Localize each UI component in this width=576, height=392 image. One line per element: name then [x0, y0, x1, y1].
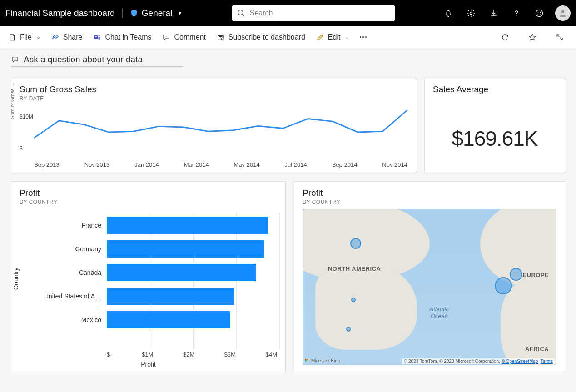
x-tick: Sep 2013 [34, 161, 60, 168]
subscribe-button[interactable]: Subscribe to dashboard [217, 33, 305, 41]
top-header: Financial Sample dashboard General ▾ [0, 0, 576, 26]
x-tick: Nov 2014 [382, 161, 407, 168]
refresh-button[interactable] [497, 29, 513, 45]
help-icon [512, 9, 521, 18]
favorite-button[interactable] [524, 29, 541, 45]
expand-icon [556, 33, 564, 41]
chat-label: Chat in Teams [105, 33, 151, 41]
svg-rect-14 [307, 359, 308, 360]
chevron-down-icon: ▾ [179, 10, 181, 16]
map-label-north-america: NORTH AMERICA [328, 265, 381, 272]
terms-link[interactable]: Terms [541, 359, 553, 364]
y-tick: $10M [20, 114, 33, 120]
x-ticks: Sep 2013Nov 2013Jan 2014Mar 2014May 2014… [34, 161, 407, 168]
download-icon [489, 9, 498, 18]
bar-fill[interactable] [107, 240, 264, 258]
account-avatar[interactable] [555, 5, 571, 21]
tile-subtitle: BY COUNTRY [20, 199, 277, 205]
map-attribution: © 2023 TomTom, © 2023 Microsoft Corporat… [402, 358, 555, 364]
tile-title: Sales Average [433, 84, 556, 94]
svg-text:T: T [95, 35, 97, 38]
gear-icon [467, 9, 476, 18]
x-tick: Jan 2014 [134, 161, 159, 168]
x-tick: May 2014 [234, 161, 260, 168]
map-bubble-germany[interactable] [510, 268, 522, 281]
map-label-europe: EUROPE [522, 272, 549, 278]
fullscreen-button[interactable] [551, 29, 568, 45]
y-axis-label: Country [12, 268, 20, 290]
x-tick: $2M [183, 351, 194, 358]
svg-point-5 [538, 12, 539, 13]
toolbar: File ⌄ Share T Chat in Teams Comment Sub… [0, 26, 576, 48]
svg-line-1 [242, 14, 244, 16]
svg-point-10 [99, 35, 100, 36]
bar-row: Mexico [39, 308, 277, 332]
chat-teams-button[interactable]: T Chat in Teams [93, 33, 151, 41]
comment-button[interactable]: Comment [162, 33, 205, 41]
map-bubble-usa[interactable] [351, 298, 356, 302]
line-chart-svg [34, 105, 407, 159]
edit-menu[interactable]: Edit ⌄ [316, 33, 349, 41]
map-label-ocean: AtlanticOcean [430, 306, 449, 319]
smiley-icon [535, 9, 544, 18]
x-ticks: $-$1M$2M$3M$4M [107, 351, 277, 358]
tile-gross-sales-line[interactable]: Sum of Gross Sales BY DATE Sum of Gross … [11, 78, 416, 173]
x-tick: $- [107, 351, 112, 358]
download-button[interactable] [483, 3, 504, 24]
share-label: Share [63, 33, 83, 41]
tile-profit-bar[interactable]: Profit BY COUNTRY Country FranceGermanyC… [11, 181, 286, 372]
person-icon [558, 9, 567, 18]
tile-title: Sum of Gross Sales [20, 84, 407, 94]
file-label: File [20, 33, 32, 41]
x-tick: Sep 2014 [332, 161, 358, 168]
y-axis-label: Sum of Gross … [11, 82, 15, 119]
osm-link[interactable]: © OpenStreetMap [502, 359, 538, 364]
star-icon [528, 33, 536, 41]
search-container [189, 5, 438, 21]
bar-category-label: Germany [39, 245, 107, 253]
tile-title: Profit [303, 188, 556, 198]
notifications-button[interactable] [438, 3, 459, 24]
share-button[interactable]: Share [51, 33, 83, 41]
dashboard-grid: Sum of Gross Sales BY DATE Sum of Gross … [0, 69, 576, 380]
search-input[interactable] [250, 9, 390, 17]
bar-fill[interactable] [107, 217, 268, 234]
bar-row: United States of A… [39, 284, 277, 308]
search-box[interactable] [232, 5, 395, 21]
chevron-down-icon: ⌄ [36, 34, 40, 40]
bar-category-label: Mexico [39, 316, 107, 323]
bell-icon [444, 9, 453, 18]
sensitivity-label: General [142, 8, 173, 18]
settings-button[interactable] [461, 3, 482, 24]
svg-rect-16 [307, 360, 308, 361]
line-chart-area [34, 105, 407, 159]
qna-bar[interactable]: Ask a question about your data [0, 48, 576, 69]
x-axis-label: Profit [11, 361, 285, 368]
kpi-value: $169.61K [433, 126, 556, 151]
feedback-button[interactable] [529, 3, 550, 24]
x-tick: Jul 2014 [285, 161, 307, 168]
bar-fill[interactable] [107, 264, 256, 281]
subscribe-icon [217, 33, 225, 41]
tile-sales-average-kpi[interactable]: Sales Average $169.61K [424, 78, 565, 173]
bar-row: Canada [39, 261, 277, 284]
bar-fill[interactable] [107, 311, 230, 328]
tile-profit-map[interactable]: Profit BY COUNTRY NORTH AMERICA EUROPE A… [294, 181, 565, 372]
help-button[interactable] [506, 3, 527, 24]
file-menu[interactable]: File ⌄ [8, 33, 40, 41]
ellipsis-icon [360, 36, 367, 38]
chat-icon [11, 55, 19, 64]
map-bubble-france[interactable] [495, 277, 512, 294]
more-options-button[interactable] [360, 36, 367, 38]
map-canvas[interactable]: NORTH AMERICA EUROPE AFRICA AtlanticOcea… [303, 209, 556, 365]
svg-rect-15 [305, 360, 307, 361]
map-label-africa: AFRICA [525, 346, 549, 352]
dashboard-title: Financial Sample dashboard [5, 8, 123, 18]
map-bubble-canada[interactable] [350, 238, 361, 249]
map-bubble-mexico[interactable] [346, 327, 351, 332]
x-tick: $1M [142, 351, 153, 358]
bar-fill[interactable] [107, 288, 234, 305]
x-tick: $3M [224, 351, 236, 358]
sensitivity-dropdown[interactable]: General ▾ [123, 8, 189, 18]
header-icons [438, 3, 571, 24]
